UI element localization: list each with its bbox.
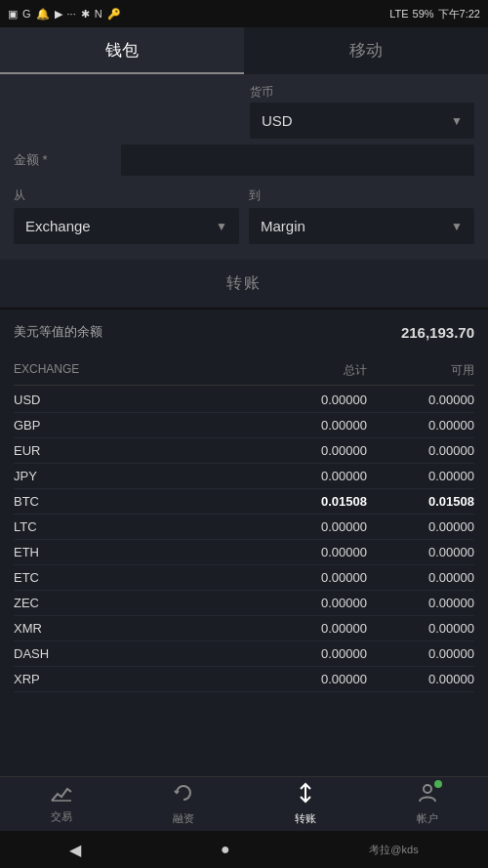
table-row: EUR0.000000.00000 [14, 438, 474, 464]
balance-label: 美元等值的余额 [14, 323, 102, 341]
bottom-nav: 交易 融资 转账 帐户 [0, 776, 488, 831]
td-total: 0.00000 [260, 469, 367, 483]
th-available: 可用 [367, 362, 474, 379]
to-value: Margin [261, 218, 305, 234]
back-button[interactable]: ◀ [69, 841, 81, 859]
to-label: 到 [249, 187, 474, 204]
amount-label: 金额 * [14, 151, 121, 169]
td-total: 0.01508 [260, 494, 367, 509]
td-total: 0.00000 [260, 570, 367, 585]
svg-point-1 [424, 785, 431, 793]
td-available: 0.01508 [367, 494, 474, 509]
currency-label: 货币 [250, 84, 474, 101]
td-available: 0.00000 [367, 443, 474, 458]
person-icon [417, 782, 438, 808]
td-total: 0.00000 [260, 545, 367, 559]
icon-bell: 🔔 [36, 8, 50, 21]
td-total: 0.00000 [260, 418, 367, 433]
nav-label-transfer: 转账 [295, 811, 316, 826]
nav-item-fund[interactable]: 融资 [122, 777, 244, 831]
balance-value: 216,193.70 [401, 324, 474, 341]
icon-key: 🔑 [107, 8, 121, 21]
td-available: 0.00000 [367, 672, 474, 686]
chart-icon [51, 784, 72, 806]
balance-section: 美元等值的余额 216,193.70 [0, 310, 488, 356]
to-group: 到 Margin ▼ [249, 187, 474, 244]
currency-dropdown[interactable]: USD ▼ [250, 103, 474, 139]
status-bar: ▣ G 🔔 ▶ ··· ✱ N 🔑 LTE 59% 下午7:22 [0, 0, 488, 27]
amount-row: 金额 * [14, 145, 474, 176]
td-coin-name: JPY [14, 469, 260, 483]
td-total: 0.00000 [260, 621, 367, 636]
currency-select-group: 货币 USD ▼ [250, 84, 474, 139]
td-coin-name: XRP [14, 672, 260, 686]
transfer-button-area: 转账 [0, 260, 488, 308]
status-right: LTE 59% 下午7:22 [389, 7, 480, 21]
nav-item-account[interactable]: 帐户 [366, 777, 488, 831]
td-coin-name: ETC [14, 570, 260, 585]
from-arrow-icon: ▼ [216, 220, 227, 233]
icon-play: ▶ [55, 8, 62, 21]
system-nav: ◀ ● 考拉@kds [0, 831, 488, 868]
table-row: XMR0.000000.00000 [14, 616, 474, 641]
from-label: 从 [14, 187, 239, 204]
icon-nfc: N [95, 8, 102, 20]
form-area: 货币 USD ▼ 金额 * 从 Exchange ▼ 到 Margin ▼ [0, 74, 488, 260]
nav-label-account: 帐户 [417, 811, 438, 826]
td-available: 0.00000 [367, 469, 474, 483]
transfer-button[interactable]: 转账 [226, 273, 262, 294]
td-total: 0.00000 [260, 393, 367, 407]
table-rows: USD0.000000.00000GBP0.000000.00000EUR0.0… [14, 388, 474, 692]
icon-menu: ▣ [8, 8, 18, 21]
amount-input[interactable] [121, 145, 474, 176]
table-row: ETH0.000000.00000 [14, 540, 474, 565]
table-section: EXCHANGE 总计 可用 USD0.000000.00000GBP0.000… [0, 356, 488, 692]
table-row: JPY0.000000.00000 [14, 464, 474, 489]
td-coin-name: DASH [14, 646, 260, 661]
nav-item-transfer[interactable]: 转账 [244, 777, 366, 831]
td-available: 0.00000 [367, 621, 474, 636]
currency-value: USD [262, 112, 293, 129]
td-total: 0.00000 [260, 519, 367, 534]
icon-dots: ··· [67, 8, 76, 20]
transfer-icon [295, 782, 316, 808]
table-row: ETC0.000000.00000 [14, 565, 474, 591]
refresh-icon [173, 782, 194, 808]
top-tabs: 钱包 移动 [0, 27, 488, 74]
td-total: 0.00000 [260, 646, 367, 661]
tab-transfer[interactable]: 移动 [244, 27, 488, 74]
td-available: 0.00000 [367, 646, 474, 661]
td-available: 0.00000 [367, 596, 474, 610]
td-total: 0.00000 [260, 672, 367, 686]
td-available: 0.00000 [367, 418, 474, 433]
td-total: 0.00000 [260, 596, 367, 610]
td-coin-name: ZEC [14, 596, 260, 610]
from-dropdown[interactable]: Exchange ▼ [14, 208, 239, 244]
table-row: USD0.000000.00000 [14, 388, 474, 413]
table-header: EXCHANGE 总计 可用 [14, 356, 474, 386]
nav-item-trade[interactable]: 交易 [0, 777, 122, 831]
table-row: GBP0.000000.00000 [14, 413, 474, 438]
td-coin-name: GBP [14, 418, 260, 433]
home-button[interactable]: ● [221, 841, 230, 858]
nav-label-fund: 融资 [173, 811, 194, 826]
time: 下午7:22 [438, 7, 480, 21]
td-available: 0.00000 [367, 545, 474, 559]
td-available: 0.00000 [367, 570, 474, 585]
from-to-row: 从 Exchange ▼ 到 Margin ▼ [14, 187, 474, 244]
th-exchange: EXCHANGE [14, 362, 260, 379]
account-online-dot [434, 780, 442, 788]
icon-g: G [22, 8, 31, 20]
to-dropdown[interactable]: Margin ▼ [249, 208, 474, 244]
tab-wallet[interactable]: 钱包 [0, 27, 244, 74]
to-arrow-icon: ▼ [451, 220, 463, 233]
table-row: ZEC0.000000.00000 [14, 591, 474, 616]
share-button[interactable]: 考拉@kds [369, 842, 418, 857]
td-total: 0.00000 [260, 443, 367, 458]
balance-row: 美元等值的余额 216,193.70 [14, 323, 474, 341]
td-coin-name: LTC [14, 519, 260, 534]
icon-bluetooth: ✱ [81, 8, 90, 21]
td-coin-name: BTC [14, 494, 260, 509]
table-row: LTC0.000000.00000 [14, 515, 474, 540]
from-value: Exchange [25, 218, 91, 234]
